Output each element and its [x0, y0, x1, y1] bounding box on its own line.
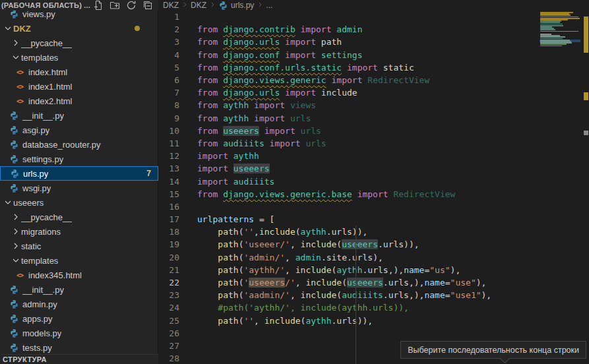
breadcrumb-item[interactable]: ...	[266, 1, 272, 10]
tree-item-urls-py[interactable]: urls.py7	[0, 166, 158, 181]
refresh-icon[interactable]	[126, 0, 137, 11]
code-line-12[interactable]: 12import aythh	[158, 150, 540, 162]
tree-item--init-py[interactable]: __init__.py	[0, 108, 158, 123]
breadcrumb-separator-icon	[208, 1, 216, 9]
line-number: 17	[158, 214, 179, 224]
code-text: from aythh import urls	[197, 113, 311, 123]
code-line-7[interactable]: 7from django.urls import include	[158, 86, 540, 99]
tree-item-label: database_roouter.py	[22, 140, 101, 150]
tree-item--pycache-[interactable]: __pycache__	[0, 210, 158, 224]
chevron-right-icon	[11, 241, 21, 251]
code-line-18[interactable]: 18 path('',include(aythh.urls)),	[158, 226, 540, 238]
tree-item-templates[interactable]: templates	[0, 50, 158, 65]
chevron-down-icon	[3, 197, 13, 208]
python-file-icon	[9, 299, 19, 309]
tree-item-admin-py[interactable]: admin.py	[0, 297, 158, 311]
code-line-17[interactable]: 17urlpatterns = [	[158, 213, 540, 226]
tree-item-useeers[interactable]: useeers	[0, 195, 158, 210]
tree-item-label: DKZ	[13, 24, 31, 34]
tree-item-label: asgi.py	[22, 125, 49, 135]
breadcrumb-item[interactable]: urls.py	[218, 1, 254, 11]
tree-item-index-html[interactable]: <>index.html	[0, 65, 158, 79]
code-line-20[interactable]: 20 path('admin/', admin.site.urls),	[158, 251, 540, 264]
tree-item-templates[interactable]: templates	[0, 253, 158, 268]
code-text: from django.conf import settings	[197, 50, 362, 60]
tree-item-asgi-py[interactable]: asgi.py	[0, 123, 158, 137]
tooltip-text: Выберите последовательность конца строки	[408, 346, 579, 355]
tree-item-label: models.py	[22, 328, 61, 338]
code-line-22[interactable]: 22 path('useeers/', include(useeers.urls…	[158, 276, 540, 289]
tree-item-models-py[interactable]: models.py	[0, 326, 158, 340]
code-line-14[interactable]: 14import audiiits	[158, 175, 540, 187]
tree-item-label: index.html	[28, 67, 67, 77]
tree-item-wsgi-py[interactable]: wsgi.py	[0, 181, 158, 195]
tree-item-label: useeers	[13, 198, 44, 208]
tree-item-label: settings.py	[22, 154, 63, 164]
line-number: 25	[158, 316, 179, 326]
tree-item-index2-html[interactable]: <>index2.html	[0, 94, 158, 108]
code-line-23[interactable]: 23 path('aadmin/', include(audiiits.urls…	[158, 289, 540, 301]
vscode-window: (РАБОЧАЯ ОБЛАСТЬ) ... views.pyDKZ__pycac…	[0, 0, 589, 364]
breadcrumb-item[interactable]: DKZ	[191, 1, 206, 10]
code-line-15[interactable]: 15from django.views.generic.base import …	[158, 188, 540, 200]
line-number: 18	[158, 227, 179, 237]
code-line-11[interactable]: 11from audiiits import urls	[158, 137, 540, 150]
code-area: 12from django.contrib import admin3from …	[158, 11, 540, 364]
overview-ruler[interactable]	[583, 0, 589, 364]
line-number: 11	[158, 138, 179, 148]
tree-item--init-py[interactable]: __init__.py	[0, 282, 158, 297]
tree-item--pycache-[interactable]: __pycache__	[0, 36, 158, 50]
code-line-1[interactable]: 1	[158, 11, 540, 23]
code-line-13[interactable]: 13import useeers	[158, 162, 540, 175]
new-file-icon[interactable]	[93, 0, 104, 11]
line-number: 19	[158, 239, 179, 249]
breadcrumb-item[interactable]: DKZ	[163, 1, 179, 10]
code-text: from django.views.generic.base import Re…	[197, 189, 455, 199]
tree-item-label: templates	[21, 53, 58, 63]
python-file-icon	[9, 168, 20, 179]
tree-item-label: __init__.py	[22, 111, 64, 121]
line-number: 22	[158, 278, 179, 288]
tree-item-migrations[interactable]: migrations	[0, 224, 158, 239]
code-line-25[interactable]: 25 path('', include(aythh.urls)),	[158, 315, 540, 327]
code-line-4[interactable]: 4from django.conf import settings	[158, 49, 540, 61]
tree-item-apps-py[interactable]: apps.py	[0, 311, 158, 326]
tree-item-database-roouter-py[interactable]: database_roouter.py	[0, 137, 158, 152]
tree-item-dkz[interactable]: DKZ	[0, 21, 158, 36]
code-line-24[interactable]: 24 #path('aythh/', include(aythh.urls)),	[158, 301, 540, 314]
tree-item-label: wsgi.py	[22, 183, 51, 193]
tree-item-label: migrations	[21, 227, 61, 237]
tree-item-label: tests.py	[22, 343, 52, 353]
outline-label: СТРУКТУРА	[3, 355, 47, 363]
outline-section-header[interactable]: СТРУКТУРА	[0, 354, 158, 364]
code-line-8[interactable]: 8from aythh import views	[158, 99, 540, 111]
code-line-16[interactable]: 16	[158, 200, 540, 213]
code-line-5[interactable]: 5from django.conf.urls.static import sta…	[158, 61, 540, 74]
python-file-icon	[9, 125, 19, 135]
tree-item-index1-html[interactable]: <>index1.html	[0, 79, 158, 94]
line-number: 6	[158, 75, 179, 85]
new-folder-icon[interactable]	[109, 0, 120, 11]
tree-item-label: urls.py	[23, 169, 48, 179]
ruler-mark	[584, 131, 588, 135]
tree-item-settings-py[interactable]: settings.py	[0, 152, 158, 166]
code-line-19[interactable]: 19 path('useeer/', include(useeers.urls)…	[158, 238, 540, 251]
collapse-folders-icon[interactable]	[142, 0, 153, 11]
code-line-3[interactable]: 3from django.urls import path	[158, 36, 540, 48]
code-line-26[interactable]: 26	[158, 327, 540, 340]
code-text: path('', include(aythh.urls)),	[197, 316, 373, 326]
code-line-21[interactable]: 21 path('aythh/', include(aythh.urls,),n…	[158, 264, 540, 276]
python-file-icon	[9, 313, 19, 324]
line-number: 2	[158, 24, 179, 34]
python-file-icon	[9, 284, 19, 295]
tree-item-index345-html[interactable]: <>index345.html	[0, 268, 158, 282]
tree-item-static[interactable]: static	[0, 239, 158, 253]
minimap[interactable]	[540, 11, 580, 353]
line-number: 9	[158, 113, 179, 123]
tree-item-label: admin.py	[22, 299, 57, 309]
code-line-9[interactable]: 9from aythh import urls	[158, 112, 540, 125]
code-line-10[interactable]: 10from useeers import urls	[158, 125, 540, 137]
code-line-6[interactable]: 6from django.views.generic import Redire…	[158, 74, 540, 86]
tree-item-tests-py[interactable]: tests.py	[0, 340, 158, 355]
code-line-2[interactable]: 2from django.contrib import admin	[158, 23, 540, 36]
